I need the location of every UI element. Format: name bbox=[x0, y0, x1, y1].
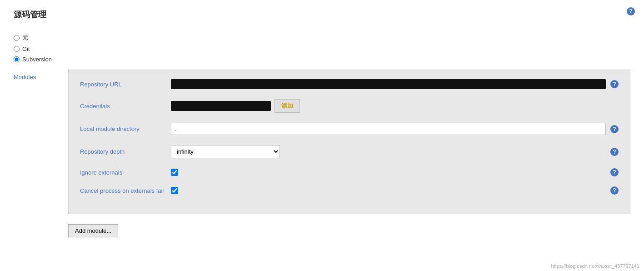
cancel-process-help-icon[interactable]: ? bbox=[610, 186, 619, 195]
ignore-externals-label: Ignore externals bbox=[80, 169, 171, 176]
content-area: Modules Repository URL ? Credentials bbox=[14, 70, 630, 214]
repo-depth-row: Repository depth infinity empty files im… bbox=[80, 145, 619, 158]
sidebar: Modules bbox=[14, 70, 68, 214]
repo-url-row: Repository URL ? bbox=[80, 79, 619, 89]
cancel-process-checkbox[interactable] bbox=[171, 187, 178, 194]
radio-git-label: Git bbox=[22, 45, 30, 52]
repo-depth-label: Repository depth bbox=[80, 148, 171, 155]
repo-url-control bbox=[171, 79, 606, 89]
add-credentials-button[interactable]: 添加 bbox=[275, 99, 300, 113]
repo-url-redacted bbox=[171, 79, 606, 89]
global-help-icon[interactable]: ? bbox=[627, 7, 635, 15]
credentials-redacted bbox=[171, 101, 271, 111]
local-module-row: Local module directory ? bbox=[80, 123, 619, 135]
radio-subversion[interactable]: Subversion bbox=[14, 56, 630, 63]
ignore-externals-help-icon[interactable]: ? bbox=[610, 168, 619, 176]
radio-none[interactable]: 元 bbox=[14, 34, 630, 42]
repo-depth-select[interactable]: infinity empty files immediates unknown bbox=[171, 145, 280, 158]
add-module-button[interactable]: Add module... bbox=[68, 224, 118, 237]
radio-svn-label: Subversion bbox=[22, 56, 52, 63]
ignore-externals-row: Ignore externals ? bbox=[80, 168, 619, 176]
repo-url-label: Repository URL bbox=[80, 81, 171, 88]
credentials-control: 添加 bbox=[171, 99, 619, 113]
repo-depth-help-icon[interactable]: ? bbox=[610, 148, 619, 156]
main-panel: Repository URL ? Credentials 添加 bbox=[68, 70, 630, 214]
local-module-label: Local module directory bbox=[80, 125, 171, 132]
watermark: https://blog.csdn.net/waxon_437767141 bbox=[551, 263, 639, 269]
local-module-control bbox=[171, 123, 606, 135]
local-module-input[interactable] bbox=[171, 123, 606, 135]
radio-none-input[interactable] bbox=[14, 35, 20, 41]
local-module-help-icon[interactable]: ? bbox=[610, 125, 619, 133]
add-module-area: Add module... bbox=[68, 220, 630, 237]
cancel-process-row: Cancel process on externals fail ? bbox=[80, 186, 619, 195]
cancel-process-control bbox=[171, 187, 606, 194]
page-title: 源码管理 bbox=[14, 9, 630, 25]
repo-depth-control: infinity empty files immediates unknown bbox=[171, 145, 606, 158]
radio-svn-input[interactable] bbox=[14, 56, 20, 62]
credentials-label: Credentials bbox=[80, 103, 171, 110]
radio-git[interactable]: Git bbox=[14, 45, 630, 52]
radio-git-input[interactable] bbox=[14, 46, 20, 52]
cancel-process-label: Cancel process on externals fail bbox=[80, 187, 171, 194]
sidebar-item-modules[interactable]: Modules bbox=[14, 72, 68, 82]
credentials-row: Credentials 添加 bbox=[80, 99, 619, 113]
ignore-externals-control bbox=[171, 169, 606, 176]
radio-none-label: 元 bbox=[22, 34, 28, 42]
page-container: 源码管理 元 Git Subversion ? Modules Reposito… bbox=[0, 0, 644, 271]
ignore-externals-checkbox[interactable] bbox=[171, 169, 178, 176]
repo-url-help-icon[interactable]: ? bbox=[610, 80, 619, 88]
